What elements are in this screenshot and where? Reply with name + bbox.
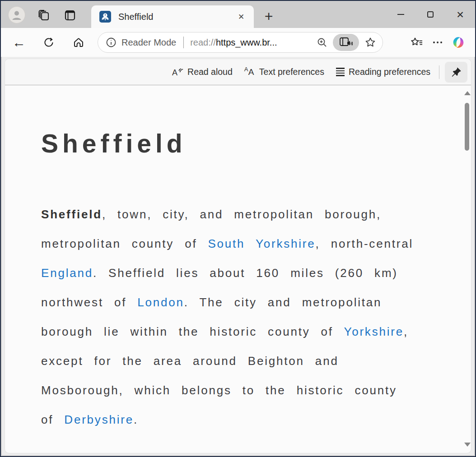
toolbar-separator [439,65,439,79]
article-link[interactable]: South Yorkshire [208,237,315,250]
immersive-reader-icon [339,37,353,48]
text-preferences-button[interactable]: AA Text preferences [238,62,330,82]
reading-preferences-icon [336,68,345,76]
scrollbar-thumb[interactable] [465,103,469,151]
url-text: read://https_www.br... [190,37,277,48]
reading-preferences-label: Reading preferences [349,67,430,77]
info-icon[interactable] [105,37,117,48]
reading-preferences-button[interactable]: Reading preferences [330,62,436,82]
britannica-favicon [99,11,111,23]
url-rest: https_www.br... [216,37,277,47]
window-controls: ✕ [386,1,475,28]
zoom-button[interactable] [314,34,330,51]
tab-strip: Sheffield ✕ + ✕ [1,1,475,28]
article-link[interactable]: Yorkshire [344,325,404,338]
article-link[interactable]: Derbyshire [64,413,134,426]
article-text: Sheffield [41,208,102,221]
page-frame: A Read aloud AA Text preferences Reading… [2,57,474,455]
refresh-button[interactable] [39,32,59,52]
minimize-icon [397,14,404,15]
browser-tab-sheffield[interactable]: Sheffield ✕ [91,5,254,28]
home-icon [72,36,85,49]
tab-title: Sheffield [118,12,235,22]
reader-toolbar: A Read aloud AA Text preferences Reading… [5,59,471,85]
text-preferences-label: Text preferences [259,67,324,77]
url-scheme: read:// [190,37,216,47]
navigation-bar: ← Reader Mode read://https_www.br... [1,28,475,57]
scroll-up-arrow[interactable] [464,91,471,95]
favorites-button[interactable] [406,32,427,52]
scroll-down-arrow[interactable] [464,443,471,447]
new-tab-button[interactable]: + [260,8,277,24]
close-icon: ✕ [456,10,464,19]
browser-window: Sheffield ✕ + ✕ ← [0,0,476,457]
refresh-icon [42,36,55,49]
favorites-star-list-icon [410,37,424,48]
address-bar[interactable]: Reader Mode read://https_www.br... [98,32,383,53]
star-icon [364,37,376,48]
reader-panel: A Read aloud AA Text preferences Reading… [5,59,471,453]
article-link[interactable]: London [137,295,184,309]
favorite-this-page-button[interactable] [362,34,379,51]
settings-and-more-button[interactable] [427,32,448,52]
article-text: , north-central [316,237,413,250]
tab-actions-icon [64,9,76,22]
tab-actions-button[interactable] [63,9,77,22]
zoom-in-icon [316,37,328,48]
svg-text:A: A [172,68,177,77]
immersive-reader-button[interactable] [333,34,359,51]
avatar-icon [11,9,23,21]
reader-mode-label: Reader Mode [121,37,176,48]
pin-toolbar-button[interactable] [445,62,467,83]
text-preferences-icon: AA [244,67,255,78]
read-aloud-icon: A [172,67,183,78]
article-text: , except for the area around Beighton an… [41,325,408,426]
article-paragraph: Sheffield, town, city, and metropolitan … [41,200,418,434]
tab-close-button[interactable]: ✕ [235,10,247,23]
article-link[interactable]: England [41,266,93,280]
ellipsis-icon [433,42,442,43]
copilot-icon [452,36,465,49]
profile-button[interactable] [8,6,25,23]
read-aloud-button[interactable]: A Read aloud [166,62,238,82]
home-button[interactable] [69,32,89,52]
copilot-button[interactable] [448,32,469,52]
article-title: Sheffield [41,129,471,158]
maximize-button[interactable] [415,3,445,26]
article-text: . [134,413,138,426]
workspaces-button[interactable] [37,9,51,22]
address-separator [183,37,184,48]
back-button[interactable]: ← [9,32,29,52]
pushpin-icon [450,66,462,78]
close-window-button[interactable]: ✕ [445,3,475,26]
maximize-icon [427,11,434,18]
article-content: Sheffield Sheffield, town, city, and met… [5,129,471,434]
scrollbar[interactable] [463,86,471,453]
read-aloud-label: Read aloud [187,67,233,77]
minimize-button[interactable] [386,3,415,26]
workspaces-icon [37,9,50,22]
